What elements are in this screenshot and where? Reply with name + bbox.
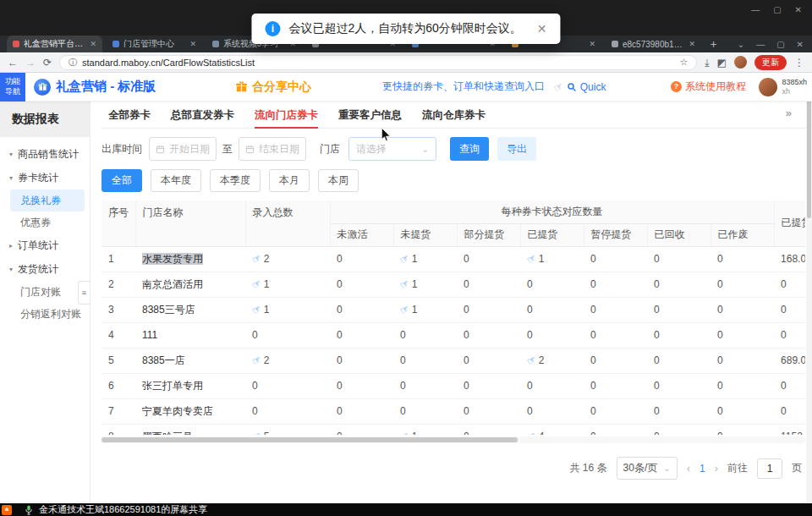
sidebar-item[interactable]: ▸订单统计 [0,233,90,257]
browser-tab[interactable]: 门店管理中心✕ [107,36,202,52]
main-area: 数据报表 ▾商品销售统计▾券卡统计兑换礼券优惠券▸订单统计▾发货统计门店对账分销… [0,102,812,503]
quick-search[interactable]: ☞ Quick [554,81,606,93]
user-menu[interactable]: 8385xh xh [759,78,807,96]
tab-close-icon[interactable]: ✕ [689,40,695,48]
quick-filter-chip[interactable]: 本月 [269,169,310,192]
count-link[interactable]: ☞2 [252,253,269,265]
site-info-icon[interactable]: ⓘ [69,57,77,69]
cell-store-name: 张三打单专用 [135,373,245,398]
tab-close-icon[interactable]: ✕ [189,40,196,48]
count-link[interactable]: ☞5 [252,431,269,435]
cell-index: 1 [102,246,135,272]
browser-tab[interactable]: 礼盒营销平台管理中心✕ [7,36,102,52]
share-center-label: 合分享中心 [252,80,311,95]
cell-count: ☞1 [393,272,457,297]
maximize-icon[interactable]: ▢ [773,5,781,14]
new-tab-icon[interactable]: ＋ [708,36,719,52]
count-link[interactable]: ☞2 [527,354,544,366]
goto-page-input[interactable] [757,458,782,479]
cell-count: ☞2 [245,348,330,373]
reload-icon[interactable]: ⟳ [43,57,52,69]
update-button[interactable]: 更新 [754,55,787,70]
count-value: 1 [412,431,418,435]
calendar-icon [245,145,255,154]
sidebar-subitem[interactable]: 优惠券 [0,211,90,233]
download-icon[interactable]: ⤓ [705,57,709,69]
cell-count: ☞1 [245,297,330,322]
sidebar-item[interactable]: ▾发货统计 [0,257,90,281]
count-link[interactable]: ☞1 [527,253,544,265]
vertical-scrollbar-thumb[interactable] [807,100,811,218]
panel-collapse-icon[interactable]: » [786,107,792,119]
close-icon[interactable]: ✕ [797,40,804,49]
count-link[interactable]: ☞1 [400,278,417,290]
maximize-icon[interactable]: ▢ [776,40,784,49]
bookmark-star-icon[interactable]: ☆ [679,57,688,68]
content-tab[interactable]: 流向门店券卡 [255,102,318,129]
url-text[interactable]: standard.maboy.cn/CardFlowStatisticsList [82,58,674,68]
current-page[interactable]: 1 [700,463,705,475]
close-icon[interactable]: ✕ [795,5,802,14]
count-link[interactable]: ☞1 [400,431,417,435]
browser-tab[interactable]: e8c573980b1328a258fd2e6ll✕ [606,36,701,52]
count-link[interactable]: ☞1 [400,304,417,316]
cell-count: 0 [330,348,393,373]
quick-filter-chip[interactable]: 全部 [102,169,142,192]
toast-message: 会议已超过2人，自动转为60分钟限时会议。 [288,21,521,36]
count-link[interactable]: ☞2 [252,354,269,366]
profile-avatar[interactable] [734,56,747,69]
flow-table: 序号门店名称录入总数每种券卡状态对应数量已提货未激活未提货部分提货已提货暂停提货… [102,200,805,435]
count-link[interactable]: ☞1 [252,278,269,290]
prev-page-icon[interactable]: ‹ [687,462,690,475]
end-date-placeholder: 结束日期 [259,142,299,156]
minimize-icon[interactable]: — [756,40,765,49]
count-link[interactable]: ☞1 [252,304,269,316]
cell-count: 0 [520,373,584,398]
back-icon[interactable]: ← [8,57,18,69]
page-size-value: 30条/页 [623,461,658,475]
promo-text: 更快捷的券卡、订单和快递查询入口 [382,80,545,94]
extensions-icon[interactable]: ◩ [717,57,727,69]
pointer-icon: ☞ [398,251,411,266]
sidebar-subitem[interactable]: 分销返利对账 [0,303,90,325]
search-button[interactable]: 查询 [450,137,489,161]
cell-index: 5 [102,348,135,373]
username-sub: xh [782,87,807,96]
function-nav-button[interactable]: 功能 导航 [0,73,25,102]
toast-close-icon[interactable]: ✕ [537,22,547,36]
end-date-input[interactable]: 结束日期 [239,137,306,161]
page-size-select[interactable]: 30条/页 ⌄ [617,457,678,480]
tutorial-link[interactable]: ? 系统使用教程 [671,80,746,94]
quick-filter-chip[interactable]: 本年度 [151,169,201,192]
content-tab[interactable]: 总部直发券卡 [171,102,234,129]
quick-filter-chip[interactable]: 本周 [318,169,359,192]
next-page-icon[interactable]: › [715,462,718,475]
sidebar-item[interactable]: ▾券卡统计 [0,166,90,189]
share-center-link[interactable]: 合分享中心 [235,80,311,95]
tab-close-icon[interactable]: ✕ [90,40,96,48]
tab-search-icon[interactable]: ⌄ [738,40,744,49]
store-select[interactable]: 请选择 ⌄ [348,137,436,161]
content-tab[interactable]: 重要客户信息 [338,102,402,129]
sidebar-subitem[interactable]: 兑换礼券 [10,189,85,211]
meeting-app-icon[interactable] [2,505,12,515]
count-link[interactable]: ☞4 [527,431,544,435]
export-button[interactable]: 导出 [497,137,536,161]
horizontal-scrollbar-thumb[interactable] [102,437,518,442]
minimize-icon[interactable]: — [751,5,760,14]
quick-filter-chip[interactable]: 本季度 [210,169,261,192]
sidebar-collapse-handle[interactable]: ≡ [78,281,90,305]
count-link[interactable]: ☞1 [400,253,417,265]
address-bar[interactable]: ⓘ standard.maboy.cn/CardFlowStatisticsLi… [59,55,697,70]
forward-icon[interactable]: → [25,57,36,69]
menu-kebab-icon[interactable]: ⋮ [794,57,804,69]
content-tab[interactable]: 流向仓库券卡 [422,102,486,129]
cell-store-name: 8385一店 [135,348,245,373]
sidebar-subitem[interactable]: 门店对账 [0,281,90,303]
cell-count: 0 [647,398,710,424]
sidebar-item[interactable]: ▾商品销售统计 [0,142,90,166]
start-date-input[interactable]: 开始日期 [149,137,217,161]
tab-close-icon[interactable]: ✕ [589,40,595,48]
content-tab[interactable]: 全部券卡 [108,102,151,129]
cell-count: 0 [520,322,584,348]
